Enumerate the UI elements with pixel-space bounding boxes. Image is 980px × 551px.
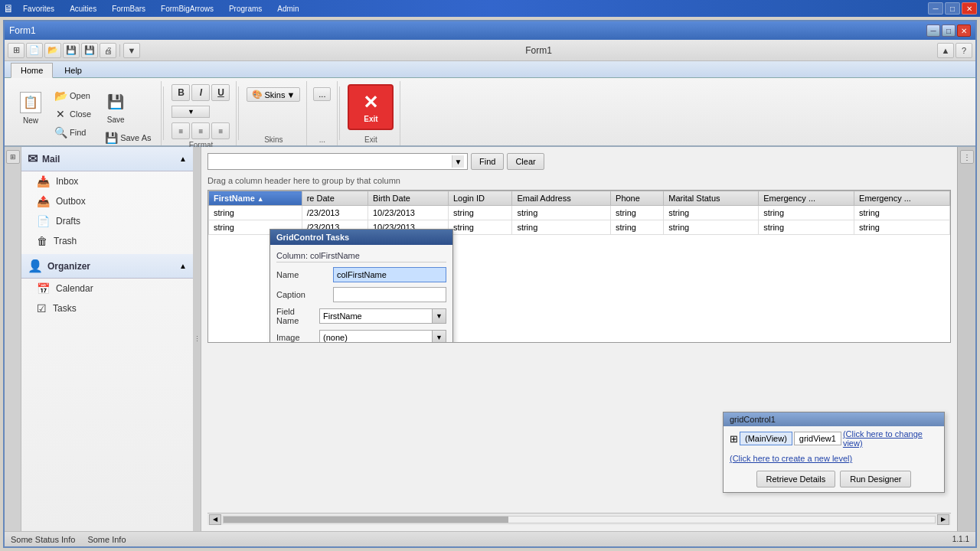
skins-dropdown-icon: ▼ — [286, 90, 295, 99]
win-minimize-btn[interactable]: ─ — [926, 24, 940, 37]
align-right-button[interactable]: ≡ — [211, 122, 230, 139]
underline-button[interactable]: U — [211, 84, 230, 101]
clear-button[interactable]: Clear — [507, 153, 544, 170]
cell-emerg2-2: string — [854, 220, 950, 235]
main-view-tab[interactable]: (MainView) — [740, 432, 792, 445]
col-firstname-sort: ▲ — [257, 195, 264, 203]
sidebar-item-inbox[interactable]: 📥 Inbox — [21, 171, 193, 191]
run-designer-btn[interactable]: Run Designer — [840, 471, 911, 487]
mail-collapse-arrow: ▲ — [179, 155, 187, 163]
nav-programs[interactable]: Programs — [224, 4, 266, 14]
left-outer-toolbar: ⊞ — [5, 147, 21, 531]
content-area: ▼ Find Clear Drag a column header here t… — [201, 147, 957, 531]
qa-grid-btn[interactable]: ⊞ — [8, 43, 24, 58]
sidebar-item-calendar[interactable]: 📅 Calendar — [21, 279, 193, 298]
search-dropdown-btn[interactable]: ▼ — [452, 155, 464, 168]
trash-icon: 🗑 — [37, 235, 47, 247]
retrieve-details-btn[interactable]: Retrieve Details — [756, 471, 836, 487]
sidebar-mail-header[interactable]: ✉ Mail ▲ — [21, 147, 193, 171]
align-center-button[interactable]: ≡ — [191, 122, 210, 139]
qa-print-btn[interactable]: 🖨 — [100, 43, 116, 58]
sidebar-organizer-header[interactable]: 👤 Organizer ▲ — [21, 254, 193, 279]
ribbon-more-content: ... — [313, 81, 331, 134]
tab-home[interactable]: Home — [11, 63, 53, 78]
qa-open-btn[interactable]: 📂 — [44, 43, 61, 58]
gt-fieldname-label: Field Name — [276, 307, 313, 325]
sidebar-item-outbox[interactable]: 📤 Outbox — [21, 191, 193, 211]
gt-fieldname-input[interactable] — [319, 308, 433, 324]
new-level-link[interactable]: (Click here to create a new level) — [730, 454, 852, 463]
close-button[interactable]: ✕ Close — [51, 106, 95, 122]
tab-help[interactable]: Help — [54, 63, 92, 77]
gt-name-row: Name — [276, 267, 446, 282]
qa-new-btn[interactable]: 📄 — [26, 43, 43, 58]
col-email[interactable]: Email Address — [512, 191, 611, 206]
qa-saveas-btn[interactable]: 💾 — [81, 43, 98, 58]
qa-save-btn[interactable]: 💾 — [63, 43, 80, 58]
scroll-left-btn[interactable]: ◀ — [209, 514, 221, 525]
gt-image-wrapper: ▼ — [319, 330, 446, 343]
open-button[interactable]: 📂 Open — [51, 87, 95, 104]
col-phone[interactable]: Phone — [611, 191, 664, 206]
sidebar-item-trash[interactable]: 🗑 Trash — [21, 231, 193, 251]
nav-acuities[interactable]: Acuities — [65, 4, 101, 14]
nav-favorites[interactable]: Favorites — [18, 4, 59, 14]
grid-view-tab[interactable]: gridView1 — [794, 432, 841, 445]
find-button[interactable]: Find — [471, 153, 504, 170]
sidebar-item-tasks[interactable]: ☑ Tasks — [21, 298, 193, 318]
cell-phone-1: string — [611, 206, 664, 220]
status-version: 1.1.1 — [952, 535, 969, 543]
sidebar-item-drafts[interactable]: 📄 Drafts — [21, 211, 193, 231]
app-maximize-btn[interactable]: □ — [945, 2, 960, 15]
nav-admin[interactable]: Admin — [273, 4, 303, 14]
find-button[interactable]: 🔍 Find — [51, 124, 95, 141]
col-loginid[interactable]: Login ID — [449, 191, 512, 206]
more-btn[interactable]: ... — [313, 87, 331, 101]
scroll-thumb — [224, 517, 508, 523]
win-close-btn[interactable]: ✕ — [957, 24, 971, 37]
cell-redate-1: /23/2013 — [302, 206, 368, 220]
italic-button[interactable]: I — [191, 84, 210, 101]
inbox-icon: 📥 — [37, 175, 50, 187]
gt-fieldname-btn[interactable]: ▼ — [433, 308, 446, 324]
qa-help-collapse-btn[interactable]: ▲ — [937, 43, 954, 58]
gt-image-btn[interactable]: ▼ — [433, 330, 446, 343]
gt-caption-row: Caption — [276, 287, 446, 302]
save-button[interactable]: 💾 Save — [101, 87, 130, 126]
qa-help-btn[interactable]: ? — [956, 43, 972, 58]
vtool-btn-1[interactable]: ⋮ — [960, 150, 974, 164]
ribbon-exit-content: ✕ Exit — [348, 81, 394, 134]
lo-btn-1[interactable]: ⊞ — [6, 150, 20, 164]
app-close-btn[interactable]: ✕ — [962, 2, 977, 15]
new-button[interactable]: 📋 New — [14, 84, 47, 130]
col-emergency2[interactable]: Emergency ... — [854, 191, 950, 206]
nav-formbars[interactable]: FormBars — [107, 4, 150, 14]
bold-button[interactable]: B — [172, 84, 190, 101]
exit-button[interactable]: ✕ Exit — [348, 84, 394, 130]
qa-dropdown-btn[interactable]: ▼ — [123, 43, 140, 58]
change-view-link[interactable]: (Click here to change view) — [843, 429, 938, 448]
scroll-track[interactable] — [223, 516, 936, 523]
search-input[interactable] — [211, 157, 452, 166]
nav-formbigarrows[interactable]: FormBigArrows — [156, 4, 218, 14]
col-redate[interactable]: re Date — [302, 191, 368, 206]
col-birthdate[interactable]: Birth Date — [368, 191, 448, 206]
col-marital[interactable]: Marital Status — [664, 191, 759, 206]
app-minimize-btn[interactable]: ─ — [928, 2, 943, 15]
sidebar-collapse-handle[interactable]: ⋮ — [194, 147, 201, 531]
color-dropdown-btn[interactable]: ▼ — [172, 106, 210, 118]
save-btns: 💾 Save 💾 Save As — [101, 87, 155, 146]
gt-caption-input[interactable] — [333, 287, 446, 302]
align-left-button[interactable]: ≡ — [172, 122, 190, 139]
find-icon: 🔍 — [54, 126, 67, 139]
col-firstname[interactable]: FirstName ▲ — [209, 191, 302, 206]
gt-image-label: Image — [276, 333, 313, 342]
scroll-right-btn[interactable]: ▶ — [937, 514, 949, 525]
win-restore-btn[interactable]: □ — [942, 24, 956, 37]
gt-name-input[interactable] — [333, 267, 446, 282]
gt-image-input[interactable] — [319, 330, 433, 343]
ribbon-group-file-content: 📋 New 📂 Open ✕ Close � — [14, 81, 155, 146]
save-as-button[interactable]: 💾 Save As — [101, 129, 155, 146]
col-emergency1[interactable]: Emergency ... — [759, 191, 854, 206]
skins-dropdown-btn[interactable]: 🎨 Skins ▼ — [247, 87, 300, 102]
